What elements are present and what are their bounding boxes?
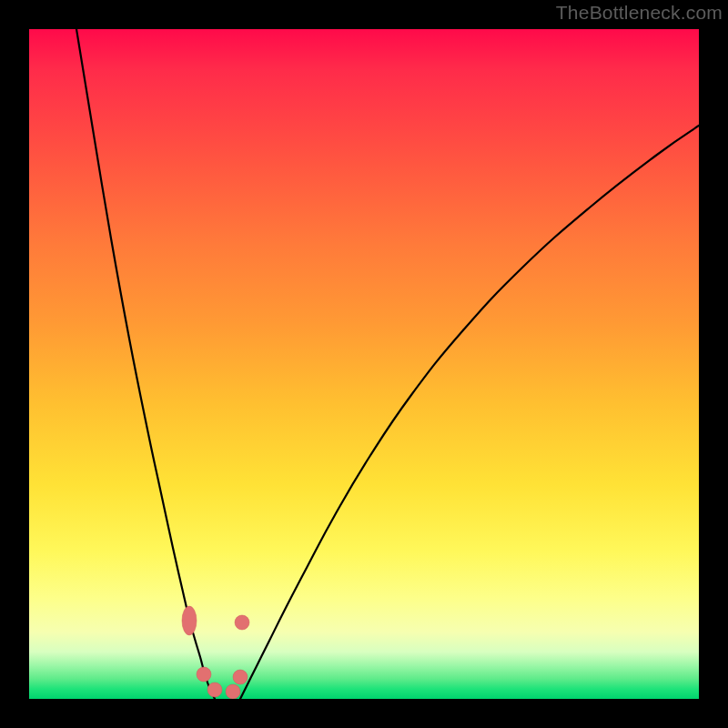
dot-right-1 (235, 615, 249, 630)
outer-frame: TheBottleneck.com (0, 0, 728, 728)
dot-br-2 (233, 670, 248, 684)
curve-layer (29, 29, 699, 699)
dot-bl-1 (197, 667, 211, 682)
watermark-text: TheBottleneck.com (556, 2, 723, 24)
left-curve (76, 29, 215, 699)
right-curve (240, 126, 699, 699)
marker-group (182, 606, 249, 699)
pill-left (182, 606, 197, 635)
dot-br-1 (226, 684, 240, 699)
plot-area (29, 29, 699, 699)
dot-bl-2 (207, 682, 222, 697)
